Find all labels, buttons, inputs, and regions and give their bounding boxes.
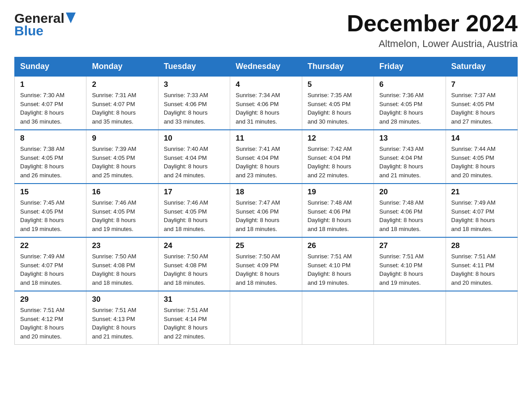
page-header: General Blue December 2024 Altmelon, Low… xyxy=(14,11,518,50)
sunset-text: Sunset: 4:05 PM xyxy=(451,100,512,109)
sunset-text: Sunset: 4:13 PM xyxy=(92,315,152,324)
daylight-text-2: and 18 minutes. xyxy=(164,278,224,287)
daylight-text-1: Daylight: 8 hours xyxy=(20,323,81,332)
column-header-tuesday: Tuesday xyxy=(158,57,230,77)
day-number: 3 xyxy=(164,80,224,89)
calendar-cell: 5Sunrise: 7:35 AMSunset: 4:05 PMDaylight… xyxy=(302,76,373,130)
sunset-text: Sunset: 4:05 PM xyxy=(451,154,512,163)
sunset-text: Sunset: 4:05 PM xyxy=(164,207,224,216)
sunrise-text: Sunrise: 7:50 AM xyxy=(92,252,152,261)
calendar-cell: 4Sunrise: 7:34 AMSunset: 4:06 PMDaylight… xyxy=(230,76,302,130)
calendar-cell xyxy=(446,291,517,345)
sunset-text: Sunset: 4:04 PM xyxy=(164,154,224,163)
week-row-2: 8Sunrise: 7:38 AMSunset: 4:05 PMDaylight… xyxy=(15,130,518,184)
svg-marker-0 xyxy=(66,13,76,23)
sunset-text: Sunset: 4:05 PM xyxy=(92,154,152,163)
day-info: Sunrise: 7:36 AMSunset: 4:05 PMDaylight:… xyxy=(379,91,440,126)
day-number: 13 xyxy=(379,134,440,143)
calendar-cell: 9Sunrise: 7:39 AMSunset: 4:05 PMDaylight… xyxy=(86,130,158,184)
month-title: December 2024 xyxy=(347,11,518,36)
day-number: 8 xyxy=(20,134,81,143)
daylight-text-1: Daylight: 8 hours xyxy=(308,270,368,278)
day-number: 10 xyxy=(164,134,224,143)
daylight-text-2: and 19 minutes. xyxy=(92,225,152,234)
calendar-cell: 2Sunrise: 7:31 AMSunset: 4:07 PMDaylight… xyxy=(86,76,158,130)
daylight-text-2: and 18 minutes. xyxy=(92,278,152,287)
day-info: Sunrise: 7:31 AMSunset: 4:07 PMDaylight:… xyxy=(92,91,152,126)
calendar-cell: 25Sunrise: 7:50 AMSunset: 4:09 PMDayligh… xyxy=(230,237,302,291)
column-header-friday: Friday xyxy=(374,57,446,77)
daylight-text-2: and 23 minutes. xyxy=(236,171,296,180)
calendar-cell xyxy=(374,291,446,345)
sunset-text: Sunset: 4:06 PM xyxy=(308,207,368,216)
day-info: Sunrise: 7:46 AMSunset: 4:05 PMDaylight:… xyxy=(164,198,224,233)
day-info: Sunrise: 7:51 AMSunset: 4:10 PMDaylight:… xyxy=(308,252,368,287)
day-info: Sunrise: 7:48 AMSunset: 4:06 PMDaylight:… xyxy=(308,198,368,233)
daylight-text-2: and 18 minutes. xyxy=(451,225,512,234)
daylight-text-1: Daylight: 8 hours xyxy=(164,323,224,332)
sunset-text: Sunset: 4:06 PM xyxy=(164,100,224,109)
daylight-text-2: and 21 minutes. xyxy=(92,332,152,341)
sunrise-text: Sunrise: 7:31 AM xyxy=(92,91,152,100)
calendar-cell: 8Sunrise: 7:38 AMSunset: 4:05 PMDaylight… xyxy=(15,130,86,184)
sunrise-text: Sunrise: 7:48 AM xyxy=(379,198,440,207)
daylight-text-1: Daylight: 8 hours xyxy=(379,216,440,225)
sunset-text: Sunset: 4:07 PM xyxy=(20,100,81,109)
day-number: 23 xyxy=(92,241,152,250)
day-info: Sunrise: 7:46 AMSunset: 4:05 PMDaylight:… xyxy=(92,198,152,233)
daylight-text-1: Daylight: 8 hours xyxy=(92,162,152,171)
daylight-text-2: and 22 minutes. xyxy=(164,332,224,341)
daylight-text-1: Daylight: 8 hours xyxy=(236,108,296,117)
daylight-text-2: and 18 minutes. xyxy=(308,225,368,234)
day-info: Sunrise: 7:50 AMSunset: 4:08 PMDaylight:… xyxy=(164,252,224,287)
column-header-sunday: Sunday xyxy=(15,57,86,77)
sunset-text: Sunset: 4:11 PM xyxy=(451,261,512,270)
sunset-text: Sunset: 4:07 PM xyxy=(20,261,81,270)
day-info: Sunrise: 7:35 AMSunset: 4:05 PMDaylight:… xyxy=(308,91,368,126)
sunrise-text: Sunrise: 7:51 AM xyxy=(451,252,512,261)
daylight-text-1: Daylight: 8 hours xyxy=(308,162,368,171)
day-info: Sunrise: 7:34 AMSunset: 4:06 PMDaylight:… xyxy=(236,91,296,126)
day-number: 11 xyxy=(236,134,296,143)
sunrise-text: Sunrise: 7:47 AM xyxy=(236,198,296,207)
day-info: Sunrise: 7:51 AMSunset: 4:12 PMDaylight:… xyxy=(20,306,81,341)
day-number: 26 xyxy=(308,241,368,250)
day-info: Sunrise: 7:30 AMSunset: 4:07 PMDaylight:… xyxy=(20,91,81,126)
sunrise-text: Sunrise: 7:49 AM xyxy=(451,198,512,207)
day-info: Sunrise: 7:51 AMSunset: 4:14 PMDaylight:… xyxy=(164,306,224,341)
daylight-text-2: and 31 minutes. xyxy=(236,117,296,126)
calendar-cell: 21Sunrise: 7:49 AMSunset: 4:07 PMDayligh… xyxy=(446,184,517,237)
day-info: Sunrise: 7:39 AMSunset: 4:05 PMDaylight:… xyxy=(92,145,152,180)
column-header-wednesday: Wednesday xyxy=(230,57,302,77)
sunset-text: Sunset: 4:05 PM xyxy=(308,100,368,109)
sunset-text: Sunset: 4:14 PM xyxy=(164,315,224,324)
day-info: Sunrise: 7:38 AMSunset: 4:05 PMDaylight:… xyxy=(20,145,81,180)
day-number: 9 xyxy=(92,134,152,143)
sunset-text: Sunset: 4:10 PM xyxy=(379,261,440,270)
calendar-cell: 17Sunrise: 7:46 AMSunset: 4:05 PMDayligh… xyxy=(158,184,230,237)
daylight-text-2: and 25 minutes. xyxy=(92,171,152,180)
day-info: Sunrise: 7:51 AMSunset: 4:10 PMDaylight:… xyxy=(379,252,440,287)
sunrise-text: Sunrise: 7:43 AM xyxy=(379,145,440,154)
day-info: Sunrise: 7:47 AMSunset: 4:06 PMDaylight:… xyxy=(236,198,296,233)
day-info: Sunrise: 7:51 AMSunset: 4:13 PMDaylight:… xyxy=(92,306,152,341)
day-info: Sunrise: 7:41 AMSunset: 4:04 PMDaylight:… xyxy=(236,145,296,180)
sunset-text: Sunset: 4:04 PM xyxy=(379,154,440,163)
calendar-cell: 29Sunrise: 7:51 AMSunset: 4:12 PMDayligh… xyxy=(15,291,86,345)
calendar-cell: 30Sunrise: 7:51 AMSunset: 4:13 PMDayligh… xyxy=(86,291,158,345)
daylight-text-1: Daylight: 8 hours xyxy=(164,162,224,171)
daylight-text-2: and 21 minutes. xyxy=(379,171,440,180)
sunrise-text: Sunrise: 7:34 AM xyxy=(236,91,296,100)
daylight-text-1: Daylight: 8 hours xyxy=(20,162,81,171)
sunrise-text: Sunrise: 7:38 AM xyxy=(20,145,81,154)
sunrise-text: Sunrise: 7:46 AM xyxy=(164,198,224,207)
calendar-cell: 20Sunrise: 7:48 AMSunset: 4:06 PMDayligh… xyxy=(374,184,446,237)
sunrise-text: Sunrise: 7:39 AM xyxy=(92,145,152,154)
daylight-text-2: and 36 minutes. xyxy=(20,117,81,126)
day-number: 19 xyxy=(308,188,368,197)
daylight-text-2: and 20 minutes. xyxy=(451,171,512,180)
daylight-text-2: and 19 minutes. xyxy=(20,225,81,234)
calendar-cell: 6Sunrise: 7:36 AMSunset: 4:05 PMDaylight… xyxy=(374,76,446,130)
sunrise-text: Sunrise: 7:42 AM xyxy=(308,145,368,154)
calendar-cell: 16Sunrise: 7:46 AMSunset: 4:05 PMDayligh… xyxy=(86,184,158,237)
